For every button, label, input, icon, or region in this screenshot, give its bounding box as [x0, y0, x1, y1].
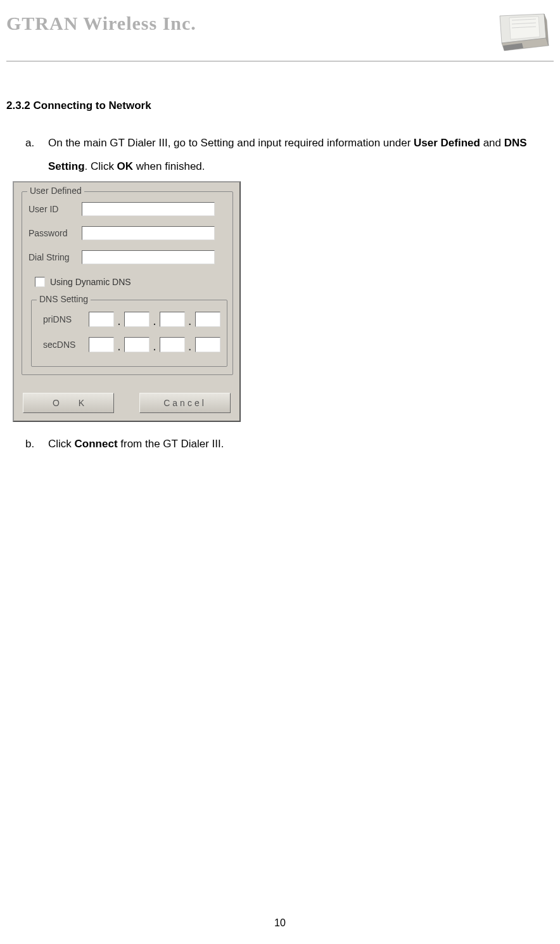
text-bold: User Defined — [414, 137, 480, 149]
fieldset-legend: DNS Setting — [37, 294, 91, 304]
step-list: a. On the main GT Dialer III, go to Sett… — [6, 131, 560, 179]
step-list: b. Click Connect from the GT Dialer III. — [6, 432, 560, 456]
dot-icon: . — [118, 317, 120, 327]
user-id-row: User ID — [29, 202, 215, 216]
secdns-octet-3[interactable] — [160, 337, 185, 352]
user-id-label: User ID — [29, 204, 82, 214]
dot-icon: . — [153, 342, 156, 352]
pridns-octet-4[interactable] — [195, 312, 220, 327]
user-id-input[interactable] — [82, 202, 215, 216]
step-b: b. Click Connect from the GT Dialer III. — [25, 432, 560, 456]
dial-string-input[interactable] — [82, 250, 215, 264]
text-run: Click — [48, 438, 75, 450]
text-run: . Click — [85, 160, 117, 172]
password-input[interactable] — [82, 226, 215, 240]
company-name: GTRAN Wireless Inc. — [6, 13, 196, 34]
text-run: and — [480, 137, 504, 149]
secdns-octet-4[interactable] — [195, 337, 220, 352]
page-content: 2.3.2 Connecting to Network a. On the ma… — [0, 61, 560, 456]
section-heading: 2.3.2 Connecting to Network — [6, 99, 560, 112]
dot-icon: . — [189, 317, 191, 327]
secdns-octet-1[interactable] — [89, 337, 114, 352]
page-number: 10 — [0, 917, 560, 929]
cancel-button[interactable]: Cancel — [139, 393, 231, 413]
pc-card-illustration — [484, 13, 554, 57]
dynamic-dns-label: Using Dynamic DNS — [50, 277, 131, 287]
step-a: a. On the main GT Dialer III, go to Sett… — [25, 131, 560, 179]
user-defined-fieldset: User Defined User ID Password Dial Strin… — [22, 191, 233, 375]
text-bold: OK — [117, 160, 134, 172]
dot-icon: . — [189, 342, 191, 352]
dial-string-row: Dial String — [29, 250, 215, 264]
step-text: On the main GT Dialer III, go to Setting… — [48, 131, 560, 179]
dot-icon: . — [153, 317, 156, 327]
pridns-row: priDNS . . . — [43, 312, 220, 327]
dynamic-dns-row: Using Dynamic DNS — [35, 277, 131, 287]
dynamic-dns-checkbox[interactable] — [35, 277, 45, 287]
step-marker: a. — [25, 131, 48, 179]
text-run: from the GT Dialer III. — [118, 438, 224, 450]
secdns-row: secDNS . . . — [43, 337, 220, 352]
secdns-octet-2[interactable] — [124, 337, 150, 352]
page-header: GTRAN Wireless Inc. — [0, 0, 560, 57]
pridns-label: priDNS — [43, 314, 86, 324]
text-run: when finished. — [133, 160, 205, 172]
text-run: On the main GT Dialer III, go to Setting… — [48, 137, 414, 149]
dial-string-label: Dial String — [29, 252, 82, 262]
pridns-octet-2[interactable] — [124, 312, 150, 327]
secdns-label: secDNS — [43, 340, 86, 350]
password-row: Password — [29, 226, 215, 240]
settings-dialog-screenshot: User Defined User ID Password Dial Strin… — [13, 181, 241, 422]
dns-setting-fieldset: DNS Setting priDNS . . . secDNS . . — [31, 300, 227, 367]
dialog-button-row: OK Cancel — [23, 393, 231, 413]
text-bold: Connect — [75, 438, 118, 450]
pridns-octet-1[interactable] — [89, 312, 114, 327]
dot-icon: . — [118, 342, 120, 352]
password-label: Password — [29, 228, 82, 238]
ok-button[interactable]: OK — [23, 393, 114, 413]
step-text: Click Connect from the GT Dialer III. — [48, 432, 560, 456]
fieldset-legend: User Defined — [27, 186, 84, 196]
pridns-octet-3[interactable] — [160, 312, 185, 327]
step-marker: b. — [25, 432, 48, 456]
